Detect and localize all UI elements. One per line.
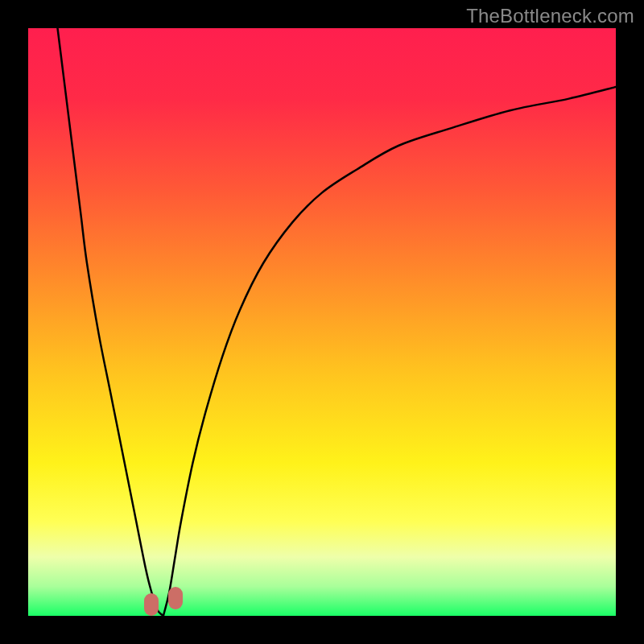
watermark-text: TheBottleneck.com [466, 5, 634, 27]
optimal-marker-right [168, 587, 183, 609]
chart-frame: TheBottleneck.com [0, 0, 644, 644]
plot-area [28, 28, 616, 616]
optimal-marker-left [144, 593, 159, 616]
bottleneck-curve [28, 28, 616, 616]
